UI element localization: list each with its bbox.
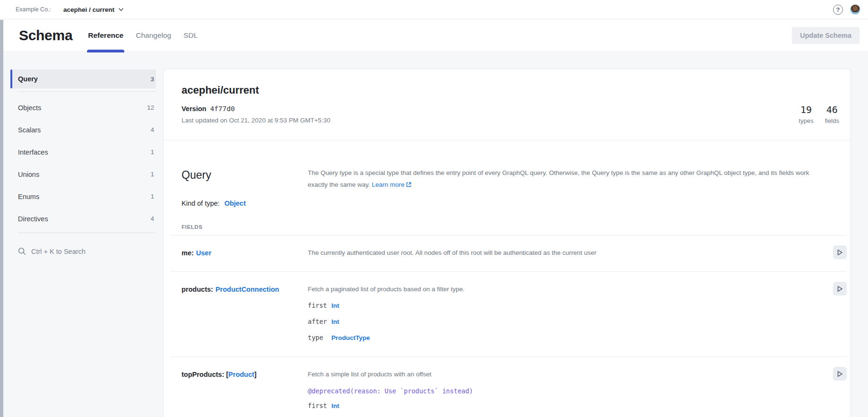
sidebar-item-query[interactable]: Query 3 <box>10 70 156 88</box>
left-scrollbar[interactable] <box>0 20 3 417</box>
sidebar-item-count: 1 <box>150 171 154 178</box>
schema-type-sidebar: Query 3 Objects 12 Scalars 4 Interfaces … <box>10 70 156 255</box>
version-value: 4f77d0 <box>210 105 234 113</box>
field-name: products:ProductConnection <box>182 285 308 342</box>
sidebar-item-label: Interfaces <box>18 148 48 156</box>
sidebar-divider <box>18 233 156 233</box>
search-trigger[interactable]: Ctrl + K to Search <box>10 238 156 255</box>
field-args: first Int <box>308 401 817 410</box>
sidebar-item-label: Scalars <box>18 126 41 134</box>
arg-type-link[interactable]: Int <box>331 402 817 410</box>
field-row-topproducts: topProducts: [Product] Fetch a simple li… <box>164 357 851 417</box>
stat-types-value: 19 <box>799 104 814 115</box>
run-query-button[interactable] <box>833 367 847 381</box>
search-icon <box>18 247 26 255</box>
run-query-button[interactable] <box>833 245 847 259</box>
sidebar-item-count: 12 <box>147 104 154 111</box>
field-args: first Int after Int type ProductType <box>308 301 817 342</box>
play-icon <box>837 286 843 292</box>
stat-fields-label: fields <box>825 117 839 124</box>
external-link-icon <box>406 182 411 187</box>
tab-sdl[interactable]: SDL <box>183 19 198 52</box>
avatar[interactable] <box>850 4 860 15</box>
sidebar-item-scalars[interactable]: Scalars 4 <box>10 119 156 141</box>
kind-of-type-line: Kind of type: Object <box>164 200 851 207</box>
page-title: Schema <box>19 27 72 43</box>
kind-value-link[interactable]: Object <box>225 200 246 207</box>
sidebar-item-label: Query <box>18 75 38 83</box>
schema-reference-card: acephei/current Version 4f77d0 Last upda… <box>163 69 851 417</box>
deprecated-annotation: @deprecated(reason: Use `products` inste… <box>308 387 817 395</box>
last-updated: Last updated on Oct 21, 2020 at 9:53 PM … <box>182 117 833 124</box>
sidebar-item-enums[interactable]: Enums 1 <box>10 185 156 208</box>
field-row-me: me:User The currently authenticated user… <box>164 235 851 271</box>
update-schema-button[interactable]: Update Schema <box>792 27 859 44</box>
field-type-link[interactable]: User <box>196 249 211 257</box>
graph-selector[interactable]: acephei / current <box>63 6 123 13</box>
learn-more-link[interactable]: Learn more <box>372 181 411 188</box>
field-name-text: topProducts: [ <box>182 371 228 378</box>
help-icon[interactable]: ? <box>833 5 843 15</box>
graph-summary: acephei/current Version 4f77d0 Last upda… <box>164 69 851 140</box>
page-header: Schema Reference Changelog SDL Update Sc… <box>0 19 868 52</box>
field-details: Fetch a paginated list of products based… <box>308 285 817 342</box>
version-line: Version 4f77d0 <box>182 105 833 113</box>
type-description: The Query type is a special type that de… <box>308 167 822 191</box>
tab-changelog[interactable]: Changelog <box>136 19 171 52</box>
sidebar-item-unions[interactable]: Unions 1 <box>10 163 156 185</box>
sidebar-item-label: Objects <box>18 104 41 112</box>
sidebar-item-count: 4 <box>150 126 154 133</box>
field-description: Fetch a simple list of products with an … <box>308 370 804 379</box>
arg-name: type <box>308 333 331 342</box>
sidebar-item-interfaces[interactable]: Interfaces 1 <box>10 141 156 163</box>
tab-reference[interactable]: Reference <box>88 19 123 52</box>
stat-fields-value: 46 <box>825 104 839 115</box>
org-label: Example Co.: <box>16 6 51 13</box>
play-icon <box>837 249 843 256</box>
arg-name: after <box>308 317 331 326</box>
field-type-link[interactable]: Product <box>228 371 254 378</box>
arg-type-link[interactable]: Int <box>331 302 817 310</box>
version-label: Version <box>182 105 206 113</box>
sidebar-divider <box>18 91 156 92</box>
sidebar-item-label: Enums <box>18 193 39 200</box>
fields-heading: FIELDS <box>182 224 833 235</box>
field-name: topProducts: [Product] <box>182 370 308 410</box>
arg-type-link[interactable]: ProductType <box>331 334 817 342</box>
field-row-products: products:ProductConnection Fetch a pagin… <box>164 272 851 356</box>
sidebar-item-label: Unions <box>18 171 39 178</box>
field-name-text: products: <box>182 286 213 293</box>
graph-title: acephei/current <box>182 84 833 96</box>
field-name-text: me: <box>182 249 194 257</box>
learn-more-label: Learn more <box>372 181 405 188</box>
top-bar: Example Co.: acephei / current ? <box>0 0 868 19</box>
field-description: The currently authenticated user root. A… <box>308 249 804 257</box>
type-header-row: Query The Query type is a special type t… <box>164 167 851 191</box>
arg-name: first <box>308 401 331 410</box>
graph-selector-label: acephei / current <box>63 6 114 13</box>
sidebar-item-count: 4 <box>150 215 154 222</box>
sidebar-item-count: 1 <box>150 148 154 156</box>
arg-name: first <box>308 301 331 310</box>
sidebar-item-count: 3 <box>150 76 154 83</box>
sidebar-item-count: 1 <box>150 193 154 200</box>
sidebar-item-objects[interactable]: Objects 12 <box>10 96 156 119</box>
run-query-button[interactable] <box>833 282 847 295</box>
content-area: Query 3 Objects 12 Scalars 4 Interfaces … <box>0 52 868 417</box>
stat-types: 19 types <box>799 104 814 124</box>
tab-bar: Reference Changelog SDL <box>88 19 198 52</box>
arg-type-link[interactable]: Int <box>331 318 817 326</box>
sidebar-item-label: Directives <box>18 215 48 223</box>
field-name-suffix: ] <box>254 371 257 378</box>
stat-fields: 46 fields <box>825 104 839 124</box>
schema-stats: 19 types 46 fields <box>799 104 839 124</box>
query-type-section: Query The Query type is a special type t… <box>164 140 851 417</box>
chevron-down-icon <box>119 8 123 11</box>
field-description: Fetch a paginated list of products based… <box>308 285 804 294</box>
sidebar-item-directives[interactable]: Directives 4 <box>10 208 156 230</box>
stat-types-label: types <box>799 117 814 124</box>
search-hint: Ctrl + K to Search <box>31 248 86 255</box>
field-name: me:User <box>182 249 308 257</box>
field-type-link[interactable]: ProductConnection <box>216 286 279 293</box>
type-name: Query <box>182 169 308 191</box>
